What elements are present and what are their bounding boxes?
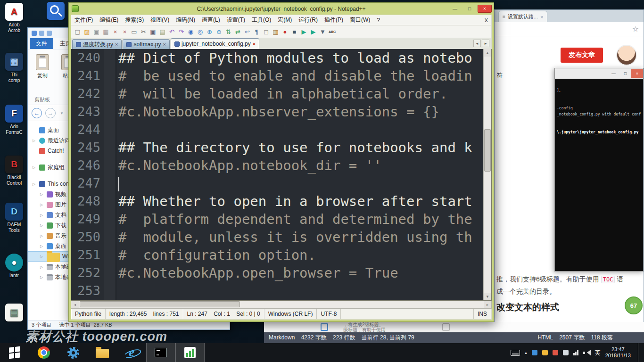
taskbar-ie-button[interactable]: e xyxy=(117,343,146,362)
menu-item[interactable]: 插件(P) xyxy=(321,15,347,25)
tab-scroll-left-icon[interactable]: ◂ xyxy=(473,40,481,47)
menu-item[interactable]: 宏(M) xyxy=(274,15,295,25)
taskbar-green-app-button[interactable] xyxy=(175,343,205,362)
desktop-icon-acrobat[interactable]: AAdob Acrob xyxy=(2,3,26,33)
bookmark-star-icon[interactable]: ☆ xyxy=(632,25,639,33)
menu-item[interactable]: 视图(V) xyxy=(147,15,173,25)
vertical-scroll-thumb[interactable] xyxy=(484,129,491,172)
tray-red-app-icon[interactable] xyxy=(553,350,558,355)
taskbar-explorer-button[interactable] xyxy=(88,343,117,362)
touch-keyboard-icon[interactable] xyxy=(511,350,520,356)
vertical-scrollbar[interactable]: ▲ ▼ xyxy=(483,49,491,300)
expand-arrow-icon[interactable]: ▷ xyxy=(40,234,44,238)
replace-icon[interactable]: ◎ xyxy=(196,27,205,36)
expand-arrow-icon[interactable]: ▷ xyxy=(40,203,44,207)
scroll-up-icon[interactable]: ▲ xyxy=(484,49,491,57)
show-hidden-icons-chevron[interactable]: ▴ xyxy=(525,350,527,355)
explorer-file-tab[interactable]: 文件 xyxy=(30,38,53,49)
spell-check-icon[interactable]: ABC xyxy=(328,27,337,36)
menu-item[interactable]: 搜索(S) xyxy=(122,15,147,25)
cmd-titlebar[interactable]: — □ × xyxy=(555,68,643,79)
doc-switcher-icon[interactable]: ▥ xyxy=(271,27,280,36)
desktop-icon-search[interactable] xyxy=(43,2,68,21)
save-macro-icon[interactable]: ▼ xyxy=(318,27,327,36)
maximize-button[interactable]: □ xyxy=(463,5,476,13)
expand-arrow-icon[interactable]: ▷ xyxy=(40,223,44,228)
tray-device-icon[interactable] xyxy=(563,350,569,355)
show-symbols-icon[interactable]: ¶ xyxy=(252,27,261,36)
editor-area[interactable]: 2402412422432442452462472482492502512522… xyxy=(71,49,492,301)
cmd-minimize-button[interactable]: — xyxy=(608,69,619,78)
redo-icon[interactable]: ↷ xyxy=(177,27,186,36)
menu-item[interactable]: 语言(L) xyxy=(198,15,223,25)
expand-arrow-icon[interactable]: ▷ xyxy=(40,213,44,217)
expand-arrow-icon[interactable]: ▷ xyxy=(40,265,44,269)
menu-item[interactable]: 运行(R) xyxy=(295,15,321,25)
new-file-icon[interactable]: ▢ xyxy=(73,27,82,36)
scroll-down-icon[interactable]: ▼ xyxy=(484,293,491,300)
editor-tab[interactable]: 温度转换.py× xyxy=(72,39,122,49)
desktop-icon-computer[interactable]: ▦Thi comp xyxy=(2,53,26,83)
run-macro-multiple-icon[interactable]: ▶ xyxy=(309,27,318,36)
tab-close-icon[interactable]: × xyxy=(540,14,543,20)
cmd-close-button[interactable]: × xyxy=(631,69,643,78)
play-macro-icon[interactable]: ▶ xyxy=(299,27,308,36)
horizontal-scrollbar[interactable]: ◂ ▸ xyxy=(71,301,492,309)
desktop-icon-blackberry[interactable]: BBlackli Control xyxy=(2,156,26,186)
paste-icon[interactable]: ▤ xyxy=(158,27,167,36)
open-folder-icon[interactable]: ▨ xyxy=(83,27,91,36)
explorer-qat-icon[interactable] xyxy=(39,31,44,36)
forward-button[interactable]: → xyxy=(45,108,56,118)
close-button[interactable]: × xyxy=(478,5,492,13)
tray-blue-app-icon[interactable] xyxy=(532,350,537,355)
desktop-icon-forms[interactable]: FAdo FormsC xyxy=(2,105,26,135)
menu-item[interactable]: ? xyxy=(373,15,383,25)
taskbar-clock[interactable]: 23:47 2018/11/13 xyxy=(605,346,631,359)
copy-icon[interactable]: ▣ xyxy=(149,27,157,36)
desktop-icon-lantern[interactable]: ●lantr xyxy=(2,254,26,279)
menubar-close-icon[interactable]: X xyxy=(485,17,488,23)
scroll-right-icon[interactable]: ▸ xyxy=(484,301,491,308)
table-icon[interactable] xyxy=(321,323,328,331)
browser-tab[interactable]: ≡ 设置默认路... × xyxy=(498,11,547,22)
editor-tab[interactable]: jupyter_notebook_config.py× xyxy=(171,38,259,49)
word-wrap-icon[interactable]: ↩ xyxy=(243,27,252,36)
titlebar[interactable]: C:\Users\zhaomin\.jupyter\jupyter_notebo… xyxy=(71,3,492,15)
tab-close-icon[interactable]: × xyxy=(115,41,118,47)
menu-item[interactable]: 编辑(E) xyxy=(96,15,122,25)
recent-locations-dropdown-icon[interactable]: ▾ xyxy=(59,108,65,118)
close-all-icon[interactable]: × xyxy=(120,27,129,36)
desktop-icon-daemon[interactable]: DDAEM Tools xyxy=(2,203,26,233)
zoom-in-icon[interactable]: ⊕ xyxy=(205,27,214,36)
save-all-icon[interactable]: ▦ xyxy=(101,27,110,36)
sync-scroll-h-icon[interactable]: ⇄ xyxy=(233,27,242,36)
show-desktop-strip[interactable] xyxy=(638,343,642,362)
publish-button[interactable]: 发布文章 xyxy=(561,48,603,63)
volume-icon[interactable] xyxy=(583,350,590,356)
cmd-maximize-button[interactable]: □ xyxy=(619,69,631,78)
tab-close-icon[interactable]: × xyxy=(163,41,165,47)
menu-item[interactable]: 文件(F) xyxy=(71,15,96,25)
expand-arrow-icon[interactable]: ▷ xyxy=(33,182,37,186)
code-text[interactable]: ## Dict of Python modules to load as not… xyxy=(116,49,483,300)
start-button[interactable] xyxy=(0,343,29,362)
back-button[interactable]: ← xyxy=(32,108,42,118)
expand-arrow-icon[interactable]: ▷ xyxy=(40,192,44,197)
expand-arrow-icon[interactable]: ▷ xyxy=(33,165,37,170)
expand-arrow-icon[interactable]: ▷ xyxy=(40,275,44,280)
taskbar-chrome-button[interactable] xyxy=(29,343,58,362)
tray-yellow-app-icon[interactable] xyxy=(542,350,548,355)
expand-arrow-icon[interactable]: ▷ xyxy=(40,255,44,259)
network-signal-icon[interactable] xyxy=(573,350,578,355)
find-icon[interactable]: ◉ xyxy=(186,27,195,36)
undo-icon[interactable]: ↶ xyxy=(167,27,176,36)
sync-scroll-v-icon[interactable]: ⇅ xyxy=(224,27,233,36)
record-macro-icon[interactable]: ● xyxy=(281,27,289,36)
close-icon[interactable]: × xyxy=(111,27,120,36)
save-icon[interactable]: ▣ xyxy=(92,27,101,36)
ime-language-indicator[interactable]: 英 xyxy=(595,349,601,357)
score-badge[interactable]: 67 xyxy=(625,296,643,314)
menu-item[interactable]: 编码(N) xyxy=(173,15,198,25)
tab-scroll-right-icon[interactable]: ▸ xyxy=(482,40,489,47)
fullscreen-icon[interactable] xyxy=(442,323,450,331)
